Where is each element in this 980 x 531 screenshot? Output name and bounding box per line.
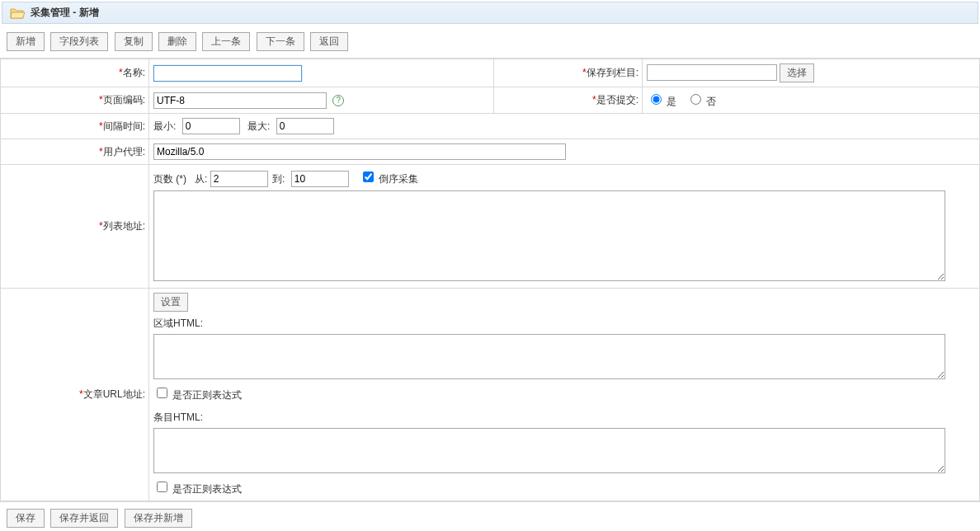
radio-yes[interactable] xyxy=(651,94,662,105)
auto-submit-label-cell: *是否提交: xyxy=(494,87,643,114)
copy-button[interactable]: 复制 xyxy=(115,32,153,51)
save-to-label-cell: *保存到栏目: xyxy=(494,59,643,87)
name-label-cell: *名称: xyxy=(1,59,149,87)
auto-submit-label: 是否提交: xyxy=(596,94,638,106)
top-toolbar: 新增 字段列表 复制 删除 上一条 下一条 返回 xyxy=(0,26,980,59)
name-value-cell xyxy=(149,59,494,87)
list-url-label-cell: *列表地址: xyxy=(1,165,149,289)
auto-submit-value-cell: 是 否 xyxy=(643,87,980,114)
save-to-value-cell: 选择 xyxy=(643,59,980,87)
encoding-label-cell: *页面编码: xyxy=(1,87,149,114)
article-url-label-cell: *文章URL地址: xyxy=(1,289,149,501)
name-input[interactable] xyxy=(153,65,302,82)
to-input[interactable] xyxy=(291,171,349,187)
area-html-label: 区域HTML: xyxy=(153,317,203,329)
settings-button[interactable]: 设置 xyxy=(153,293,188,312)
from-input[interactable] xyxy=(210,171,268,187)
from-label: 从: xyxy=(195,173,207,185)
next-button[interactable]: 下一条 xyxy=(257,32,304,51)
article-url-label: 文章URL地址: xyxy=(83,388,145,400)
user-agent-label-cell: *用户代理: xyxy=(1,139,149,165)
area-regex-label-wrap[interactable]: 是否正则表达式 xyxy=(153,389,242,401)
delete-button[interactable]: 删除 xyxy=(158,32,196,51)
area-html-textarea[interactable] xyxy=(153,334,945,379)
interval-value-cell: 最小: 最大: xyxy=(149,114,980,139)
save-to-input[interactable] xyxy=(647,64,777,81)
item-regex-label-wrap[interactable]: 是否正则表达式 xyxy=(153,483,242,495)
folder-open-icon xyxy=(9,7,26,20)
radio-no-label[interactable]: 否 xyxy=(686,96,716,107)
form-table: *名称: *保存到栏目: 选择 *页面编码: ? *是否提交: 是 xyxy=(0,59,980,501)
user-agent-value-cell xyxy=(149,139,980,165)
item-regex-checkbox[interactable] xyxy=(157,482,167,492)
to-label: 到: xyxy=(272,173,285,185)
page-title: 采集管理 - 新增 xyxy=(31,6,99,20)
back-button[interactable]: 返回 xyxy=(310,32,348,51)
reverse-collect-label[interactable]: 倒序采集 xyxy=(360,173,418,185)
field-list-button[interactable]: 字段列表 xyxy=(50,32,108,51)
reverse-collect-text: 倒序采集 xyxy=(379,173,418,185)
list-url-label: 列表地址: xyxy=(103,220,145,232)
radio-no[interactable] xyxy=(690,94,701,105)
page-header: 采集管理 - 新增 xyxy=(2,2,978,24)
reverse-collect-checkbox[interactable] xyxy=(363,172,374,182)
help-icon[interactable]: ? xyxy=(332,95,344,106)
radio-yes-label[interactable]: 是 xyxy=(647,96,680,107)
name-label: 名称: xyxy=(123,67,145,78)
interval-max-input[interactable] xyxy=(276,118,334,134)
select-button[interactable]: 选择 xyxy=(780,63,814,82)
interval-max-label: 最大: xyxy=(247,120,270,132)
footer-toolbar: 保存 保存并返回 保存并新增 xyxy=(0,501,980,531)
radio-yes-text: 是 xyxy=(667,96,676,107)
interval-min-label: 最小: xyxy=(153,120,176,132)
item-regex-text: 是否正则表达式 xyxy=(172,483,242,495)
area-regex-checkbox[interactable] xyxy=(157,388,167,398)
list-url-value-cell: 页数 (*) 从: 到: 倒序采集 xyxy=(149,165,980,289)
item-html-label: 条目HTML: xyxy=(153,411,203,423)
radio-no-text: 否 xyxy=(706,96,716,107)
save-and-new-button[interactable]: 保存并新增 xyxy=(125,509,192,528)
encoding-input[interactable] xyxy=(153,92,327,109)
interval-label-cell: *间隔时间: xyxy=(1,114,149,139)
page-count-label: 页数 (*) xyxy=(153,173,186,185)
user-agent-input[interactable] xyxy=(153,143,566,160)
save-to-label: 保存到栏目: xyxy=(587,67,638,78)
encoding-label: 页面编码: xyxy=(103,94,145,106)
new-button[interactable]: 新增 xyxy=(7,32,45,51)
area-regex-text: 是否正则表达式 xyxy=(172,389,242,401)
encoding-value-cell: ? xyxy=(149,87,494,114)
save-button[interactable]: 保存 xyxy=(7,509,45,528)
article-url-value-cell: 设置 区域HTML: 是否正则表达式 条目HTML: xyxy=(149,289,980,501)
interval-label: 间隔时间: xyxy=(103,120,145,132)
item-html-textarea[interactable] xyxy=(153,428,945,473)
interval-min-input[interactable] xyxy=(182,118,240,134)
prev-button[interactable]: 上一条 xyxy=(202,32,250,51)
user-agent-label: 用户代理: xyxy=(103,146,145,157)
save-and-back-button[interactable]: 保存并返回 xyxy=(50,509,118,528)
list-url-textarea[interactable] xyxy=(153,190,945,281)
